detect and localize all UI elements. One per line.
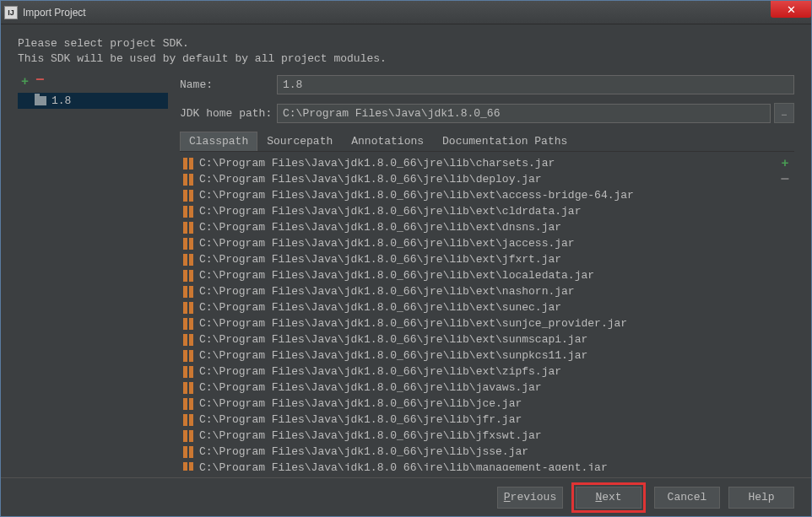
main-area: + − 1.8 Name: JDK home path: … [18,75,794,471]
jar-icon [183,414,194,426]
browse-button[interactable]: … [774,103,794,123]
jar-icon [183,270,194,282]
jar-icon [183,158,194,170]
classpath-item-path: C:\Program Files\Java\jdk1.8.0_66\jre\li… [199,428,542,444]
instruction-line-1: Please select project SDK. [18,36,794,51]
jar-icon [183,254,194,266]
jar-icon [183,318,194,330]
classpath-item[interactable]: C:\Program Files\Java\jdk1.8.0_66\jre\li… [180,460,776,471]
classpath-item-path: C:\Program Files\Java\jdk1.8.0_66\jre\li… [199,219,561,235]
classpath-item-path: C:\Program Files\Java\jdk1.8.0_66\jre\li… [199,203,581,219]
remove-classpath-button[interactable]: − [781,175,790,185]
classpath-item-path: C:\Program Files\Java\jdk1.8.0_66\jre\li… [199,155,555,171]
classpath-item-path: C:\Program Files\Java\jdk1.8.0_66\jre\li… [199,267,594,283]
classpath-item[interactable]: C:\Program Files\Java\jdk1.8.0_66\jre\li… [180,428,776,444]
close-button[interactable]: ✕ [771,1,811,18]
classpath-item[interactable]: C:\Program Files\Java\jdk1.8.0_66\jre\li… [180,444,776,460]
classpath-item-path: C:\Program Files\Java\jdk1.8.0_66\jre\li… [199,380,542,396]
jar-icon [183,190,194,202]
classpath-item-path: C:\Program Files\Java\jdk1.8.0_66\jre\li… [199,299,561,315]
jar-icon [183,222,194,234]
classpath-item-path: C:\Program Files\Java\jdk1.8.0_66\jre\li… [199,444,528,460]
close-icon: ✕ [787,3,796,16]
next-button[interactable]: Next [576,487,641,509]
jar-icon [183,302,194,314]
jar-icon [183,366,194,378]
sdk-details-panel: Name: JDK home path: … ClasspathSourcepa… [180,75,794,471]
name-label: Name: [180,78,277,91]
classpath-item[interactable]: C:\Program Files\Java\jdk1.8.0_66\jre\li… [180,267,776,283]
classpath-item[interactable]: C:\Program Files\Java\jdk1.8.0_66\jre\li… [180,235,776,251]
ellipsis-icon: … [782,109,787,118]
app-icon: IJ [4,6,18,19]
classpath-item[interactable]: C:\Program Files\Java\jdk1.8.0_66\jre\li… [180,171,776,187]
tabs: ClasspathSourcepathAnnotationsDocumentat… [180,132,794,152]
classpath-item-path: C:\Program Files\Java\jdk1.8.0_66\jre\li… [199,364,561,380]
classpath-list[interactable]: C:\Program Files\Java\jdk1.8.0_66\jre\li… [180,153,776,471]
sdk-list[interactable]: 1.8 [18,93,168,471]
classpath-item-path: C:\Program Files\Java\jdk1.8.0_66\jre\li… [199,347,587,364]
window-title: Import Project [23,7,86,19]
help-button[interactable]: Help [728,487,794,509]
classpath-item[interactable]: C:\Program Files\Java\jdk1.8.0_66\jre\li… [180,155,776,171]
classpath-item[interactable]: C:\Program Files\Java\jdk1.8.0_66\jre\li… [180,219,776,235]
classpath-item-path: C:\Program Files\Java\jdk1.8.0_66\jre\li… [199,171,542,187]
tab-classpath[interactable]: Classpath [180,132,257,151]
jar-icon [183,462,194,471]
classpath-item[interactable]: C:\Program Files\Java\jdk1.8.0_66\jre\li… [180,396,776,412]
classpath-area: C:\Program Files\Java\jdk1.8.0_66\jre\li… [180,153,794,471]
add-classpath-button[interactable]: + [781,157,788,171]
classpath-item[interactable]: C:\Program Files\Java\jdk1.8.0_66\jre\li… [180,380,776,396]
tab-documentation-paths[interactable]: Documentation Paths [433,132,577,151]
jar-icon [183,238,194,250]
jar-icon [183,286,194,298]
classpath-item-path: C:\Program Files\Java\jdk1.8.0_66\jre\li… [199,396,522,412]
classpath-item[interactable]: C:\Program Files\Java\jdk1.8.0_66\jre\li… [180,283,776,299]
content-area: Please select project SDK. This SDK will… [1,24,811,477]
classpath-item-path: C:\Program Files\Java\jdk1.8.0_66\jre\li… [199,412,522,428]
classpath-item-path: C:\Program Files\Java\jdk1.8.0_66\jre\li… [199,315,627,331]
jar-icon [183,446,194,458]
titlebar: IJ Import Project ✕ [1,1,811,24]
classpath-item[interactable]: C:\Program Files\Java\jdk1.8.0_66\jre\li… [180,412,776,428]
classpath-item[interactable]: C:\Program Files\Java\jdk1.8.0_66\jre\li… [180,315,776,331]
jar-icon [183,398,194,410]
jar-icon [183,430,194,442]
classpath-item-path: C:\Program Files\Java\jdk1.8.0_66\jre\li… [199,187,634,203]
tab-sourcepath[interactable]: Sourcepath [257,132,342,151]
folder-icon [35,96,46,105]
name-field-row: Name: [180,75,794,94]
classpath-item[interactable]: C:\Program Files\Java\jdk1.8.0_66\jre\li… [180,331,776,347]
instructions: Please select project SDK. This SDK will… [18,36,794,67]
next-button-highlight: Next [571,482,646,513]
classpath-item[interactable]: C:\Program Files\Java\jdk1.8.0_66\jre\li… [180,251,776,267]
sdk-sidebar: + − 1.8 [18,75,168,471]
classpath-item[interactable]: C:\Program Files\Java\jdk1.8.0_66\jre\li… [180,347,776,364]
classpath-toolbar: + − [776,153,794,471]
sidebar-toolbar: + − [18,75,168,89]
classpath-item-path: C:\Program Files\Java\jdk1.8.0_66\jre\li… [199,331,587,347]
classpath-item-path: C:\Program Files\Java\jdk1.8.0_66\jre\li… [199,460,608,471]
add-sdk-button[interactable]: + [21,75,29,89]
sdk-item-label: 1.8 [51,94,71,107]
footer: Previous Next Cancel Help [1,477,811,516]
jar-icon [183,206,194,218]
tab-annotations[interactable]: Annotations [342,132,433,151]
name-input[interactable] [277,75,794,94]
classpath-item[interactable]: C:\Program Files\Java\jdk1.8.0_66\jre\li… [180,299,776,315]
cancel-button[interactable]: Cancel [654,487,720,509]
jar-icon [183,382,194,394]
home-path-input[interactable] [277,104,771,123]
remove-sdk-button[interactable]: − [35,75,45,89]
classpath-item[interactable]: C:\Program Files\Java\jdk1.8.0_66\jre\li… [180,364,776,380]
sdk-item-selected[interactable]: 1.8 [18,93,168,109]
instruction-line-2: This SDK will be used by default by all … [18,51,794,67]
previous-button[interactable]: Previous [497,487,563,509]
jar-icon [183,174,194,186]
classpath-item-path: C:\Program Files\Java\jdk1.8.0_66\jre\li… [199,283,575,299]
classpath-item-path: C:\Program Files\Java\jdk1.8.0_66\jre\li… [199,235,575,251]
home-path-label: JDK home path: [180,107,277,120]
classpath-item[interactable]: C:\Program Files\Java\jdk1.8.0_66\jre\li… [180,187,776,203]
classpath-item[interactable]: C:\Program Files\Java\jdk1.8.0_66\jre\li… [180,203,776,219]
jar-icon [183,334,194,346]
